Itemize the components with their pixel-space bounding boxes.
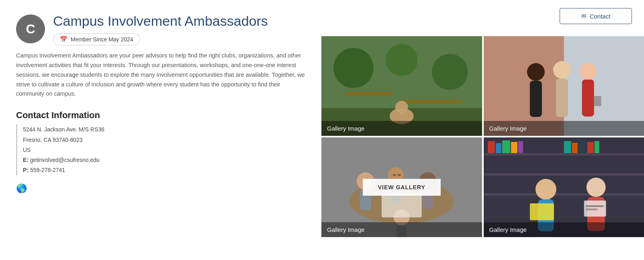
globe-icon: 🌎 bbox=[16, 183, 27, 193]
svg-point-47 bbox=[535, 179, 556, 200]
calendar-icon: 📅 bbox=[60, 36, 67, 43]
contact-info-title: Contact Information bbox=[16, 110, 305, 121]
gallery-label-3: Gallery Image bbox=[321, 222, 482, 237]
svg-rect-54 bbox=[585, 209, 597, 210]
svg-rect-52 bbox=[584, 201, 606, 217]
phone-line: P: 559-278-2741 bbox=[23, 165, 305, 175]
contact-button-label: Contact bbox=[590, 13, 611, 20]
svg-rect-18 bbox=[594, 96, 601, 106]
left-panel: C Campus Involvement Ambassadors 📅 Membe… bbox=[0, 0, 321, 260]
svg-rect-3 bbox=[402, 100, 462, 103]
envelope-icon: ✉ bbox=[581, 12, 587, 20]
svg-rect-35 bbox=[484, 173, 644, 176]
gallery-cell-3[interactable]: Gallery Image VIEW GALLERY bbox=[321, 137, 482, 237]
gallery-label-4: Gallery Image bbox=[484, 222, 644, 237]
gallery-cell-4[interactable]: Gallery Image bbox=[484, 137, 644, 237]
svg-rect-38 bbox=[495, 143, 501, 153]
contact-details: 5244 N. Jackson Ave. M/S RS36 Fresno, CA… bbox=[16, 125, 305, 175]
globe-icon-row[interactable]: 🌎 bbox=[16, 183, 305, 194]
svg-rect-29 bbox=[393, 174, 396, 176]
contact-info-section: Contact Information 5244 N. Jackson Ave.… bbox=[16, 110, 305, 175]
email-label: E: bbox=[23, 157, 30, 163]
svg-rect-42 bbox=[564, 141, 571, 153]
svg-rect-45 bbox=[587, 142, 593, 153]
gallery-cell-1[interactable]: Gallery Image bbox=[321, 36, 482, 136]
right-panel: Gallery Image bbox=[321, 0, 644, 260]
svg-point-16 bbox=[579, 63, 596, 80]
svg-rect-13 bbox=[530, 81, 542, 117]
member-since-badge: 📅 Member Since May 2024 bbox=[53, 33, 140, 45]
email-line: E: getinvolved@csufresno.edu bbox=[23, 155, 305, 165]
org-avatar: C bbox=[16, 14, 45, 43]
svg-point-6 bbox=[432, 54, 468, 90]
svg-rect-44 bbox=[578, 140, 586, 153]
gallery-label-2: Gallery Image bbox=[484, 121, 644, 136]
address-line3: US bbox=[23, 145, 305, 155]
svg-point-50 bbox=[586, 178, 605, 197]
svg-point-14 bbox=[553, 61, 570, 79]
svg-point-12 bbox=[527, 63, 544, 81]
svg-rect-41 bbox=[518, 141, 523, 153]
svg-rect-34 bbox=[484, 153, 644, 156]
svg-rect-39 bbox=[502, 140, 510, 153]
email-value: getinvolved@csufresno.edu bbox=[30, 157, 100, 163]
page-container: ✉ Contact C Campus Involvement Ambassado… bbox=[0, 0, 644, 260]
svg-rect-30 bbox=[398, 174, 401, 176]
org-avatar-letter: C bbox=[26, 22, 35, 37]
org-description: Campus Involvement Ambassadors are your … bbox=[16, 51, 305, 99]
svg-rect-2 bbox=[346, 92, 394, 95]
svg-rect-36 bbox=[484, 193, 644, 196]
view-gallery-button[interactable]: VIEW GALLERY bbox=[363, 179, 441, 196]
contact-button[interactable]: ✉ Contact bbox=[560, 8, 632, 24]
gallery-grid: Gallery Image bbox=[321, 36, 644, 237]
org-title-block: Campus Involvement Ambassadors 📅 Member … bbox=[53, 13, 268, 45]
phone-value: 559-278-2741 bbox=[30, 167, 65, 173]
svg-rect-49 bbox=[530, 203, 554, 220]
svg-point-8 bbox=[395, 101, 408, 114]
svg-point-4 bbox=[333, 48, 374, 88]
svg-point-5 bbox=[386, 44, 418, 76]
svg-rect-31 bbox=[382, 193, 422, 217]
contact-btn-container: ✉ Contact bbox=[560, 8, 632, 24]
gallery-cell-2[interactable]: Gallery Image bbox=[484, 36, 644, 136]
gallery-label-1: Gallery Image bbox=[321, 121, 482, 136]
svg-rect-15 bbox=[556, 79, 568, 117]
svg-rect-17 bbox=[582, 80, 594, 117]
org-title: Campus Involvement Ambassadors bbox=[53, 13, 268, 29]
header-row: C Campus Involvement Ambassadors 📅 Membe… bbox=[16, 13, 305, 45]
svg-rect-46 bbox=[594, 141, 599, 153]
address-line2: Fresno, CA 93740-8023 bbox=[23, 135, 305, 145]
svg-rect-37 bbox=[487, 141, 495, 153]
member-since-text: Member Since May 2024 bbox=[71, 36, 133, 43]
phone-label: P: bbox=[23, 167, 30, 173]
svg-rect-53 bbox=[585, 205, 603, 207]
svg-rect-43 bbox=[572, 143, 577, 153]
svg-rect-40 bbox=[511, 142, 517, 153]
address-line1: 5244 N. Jackson Ave. M/S RS36 bbox=[23, 125, 305, 135]
